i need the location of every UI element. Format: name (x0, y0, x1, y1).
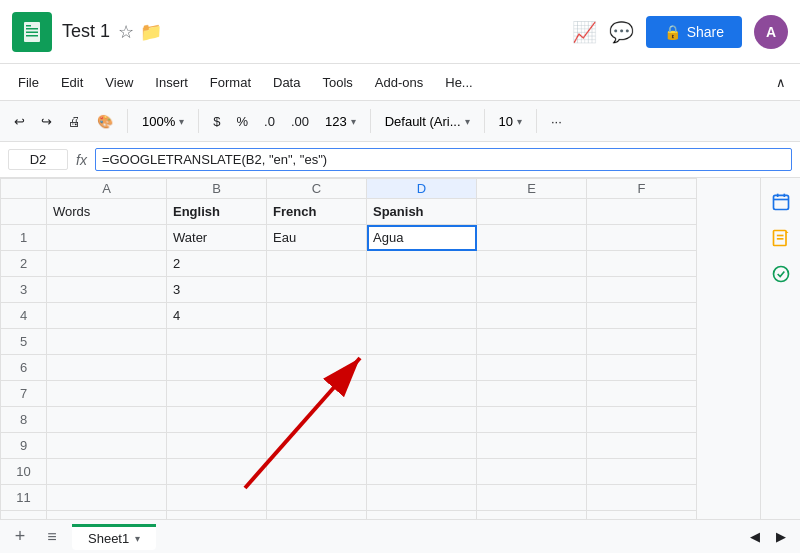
lock-icon: 🔒 (664, 24, 681, 40)
cell-a2[interactable] (47, 225, 167, 251)
svg-rect-7 (773, 195, 788, 209)
cell-f4[interactable] (587, 277, 697, 303)
format-select[interactable]: 123 ▾ (319, 110, 362, 133)
formula-bar: fx (0, 142, 800, 178)
cell-a4[interactable] (47, 277, 167, 303)
cell-c2[interactable]: Eau (267, 225, 367, 251)
cell-b5[interactable]: 4 (167, 303, 267, 329)
row-header-13[interactable]: 12 (1, 511, 47, 520)
undo-button[interactable]: ↩ (8, 110, 31, 133)
cell-b3[interactable]: 2 (167, 251, 267, 277)
col-header-f[interactable]: F (587, 179, 697, 199)
cell-e3[interactable] (477, 251, 587, 277)
row-header-9[interactable]: 8 (1, 407, 47, 433)
col-header-d[interactable]: D (367, 179, 477, 199)
col-header-c[interactable]: C (267, 179, 367, 199)
col-header-b[interactable]: B (167, 179, 267, 199)
document-title[interactable]: Test 1 (62, 21, 110, 42)
cell-reference-input[interactable] (8, 149, 68, 170)
fontsize-arrow: ▾ (517, 116, 522, 127)
cell-c5[interactable] (267, 303, 367, 329)
cell-a1[interactable]: Words (47, 199, 167, 225)
cell-d1[interactable]: Spanish (367, 199, 477, 225)
cell-d4[interactable] (367, 277, 477, 303)
cell-f2[interactable] (587, 225, 697, 251)
cell-e5[interactable] (477, 303, 587, 329)
star-icon[interactable]: ☆ (118, 21, 134, 43)
user-avatar[interactable]: A (754, 15, 788, 49)
cell-b1[interactable]: English (167, 199, 267, 225)
cell-c4[interactable] (267, 277, 367, 303)
next-sheet-button[interactable]: ▶ (770, 525, 792, 548)
cell-b2[interactable]: Water (167, 225, 267, 251)
redo-button[interactable]: ↪ (35, 110, 58, 133)
table-row: 11 (1, 485, 697, 511)
menu-format[interactable]: Format (200, 71, 261, 94)
cell-e2[interactable] (477, 225, 587, 251)
cell-d2[interactable]: Agua (367, 225, 477, 251)
row-header-11[interactable]: 10 (1, 459, 47, 485)
cell-c1[interactable]: French (267, 199, 367, 225)
print-button[interactable]: 🖨 (62, 110, 87, 133)
title-bar: Test 1 ☆ 📁 📈 💬 🔒 Share A (0, 0, 800, 64)
cell-f3[interactable] (587, 251, 697, 277)
notes-sidebar-icon[interactable] (765, 222, 797, 254)
sheet-list-button[interactable]: ≡ (40, 525, 64, 549)
cell-a5[interactable] (47, 303, 167, 329)
menu-view[interactable]: View (95, 71, 143, 94)
activity-icon[interactable]: 📈 (572, 20, 597, 44)
zoom-select[interactable]: 100% ▾ (136, 110, 190, 133)
cell-f1[interactable] (587, 199, 697, 225)
cell-d3[interactable] (367, 251, 477, 277)
row-header-1[interactable] (1, 199, 47, 225)
row-header-12[interactable]: 11 (1, 485, 47, 511)
menu-edit[interactable]: Edit (51, 71, 93, 94)
row-header-7[interactable]: 6 (1, 355, 47, 381)
col-header-e[interactable]: E (477, 179, 587, 199)
dec-decrease-button[interactable]: .0 (258, 110, 281, 133)
menu-data[interactable]: Data (263, 71, 310, 94)
menu-tools[interactable]: Tools (312, 71, 362, 94)
svg-rect-3 (26, 35, 38, 37)
cell-e4[interactable] (477, 277, 587, 303)
cell-f5[interactable] (587, 303, 697, 329)
cell-c3[interactable] (267, 251, 367, 277)
more-formats-button[interactable]: ··· (545, 110, 568, 133)
percent-button[interactable]: % (230, 110, 254, 133)
cell-b4[interactable]: 3 (167, 277, 267, 303)
menu-insert[interactable]: Insert (145, 71, 198, 94)
row-header-4[interactable]: 3 (1, 277, 47, 303)
row-header-3[interactable]: 2 (1, 251, 47, 277)
paint-format-button[interactable]: 🎨 (91, 110, 119, 133)
font-select[interactable]: Default (Ari... ▾ (379, 110, 476, 133)
comment-icon[interactable]: 💬 (609, 20, 634, 44)
col-header-a[interactable]: A (47, 179, 167, 199)
row-header-2[interactable]: 1 (1, 225, 47, 251)
fontsize-select[interactable]: 10 ▾ (493, 110, 528, 133)
prev-sheet-button[interactable]: ◀ (744, 525, 766, 548)
cell-d5[interactable] (367, 303, 477, 329)
toolbar-collapse-button[interactable]: ∧ (770, 71, 792, 94)
grid-wrapper[interactable]: A B C D E F Words English French (0, 178, 760, 519)
share-label: Share (687, 24, 724, 40)
menu-addons[interactable]: Add-ons (365, 71, 433, 94)
tasks-sidebar-icon[interactable] (765, 258, 797, 290)
calendar-sidebar-icon[interactable] (765, 186, 797, 218)
svg-point-15 (773, 267, 788, 282)
dec-increase-button[interactable]: .00 (285, 110, 315, 133)
folder-icon[interactable]: 📁 (140, 21, 162, 43)
share-button[interactable]: 🔒 Share (646, 16, 742, 48)
formula-input[interactable] (95, 148, 792, 171)
row-header-8[interactable]: 7 (1, 381, 47, 407)
menu-help[interactable]: He... (435, 71, 482, 94)
spreadsheet-grid: A B C D E F Words English French (0, 178, 697, 519)
row-header-5[interactable]: 4 (1, 303, 47, 329)
currency-button[interactable]: $ (207, 110, 226, 133)
add-sheet-button[interactable]: + (8, 525, 32, 549)
row-header-10[interactable]: 9 (1, 433, 47, 459)
row-header-6[interactable]: 5 (1, 329, 47, 355)
cell-e1[interactable] (477, 199, 587, 225)
sheet-tab-sheet1[interactable]: Sheet1 ▾ (72, 524, 156, 550)
cell-a3[interactable] (47, 251, 167, 277)
menu-file[interactable]: File (8, 71, 49, 94)
